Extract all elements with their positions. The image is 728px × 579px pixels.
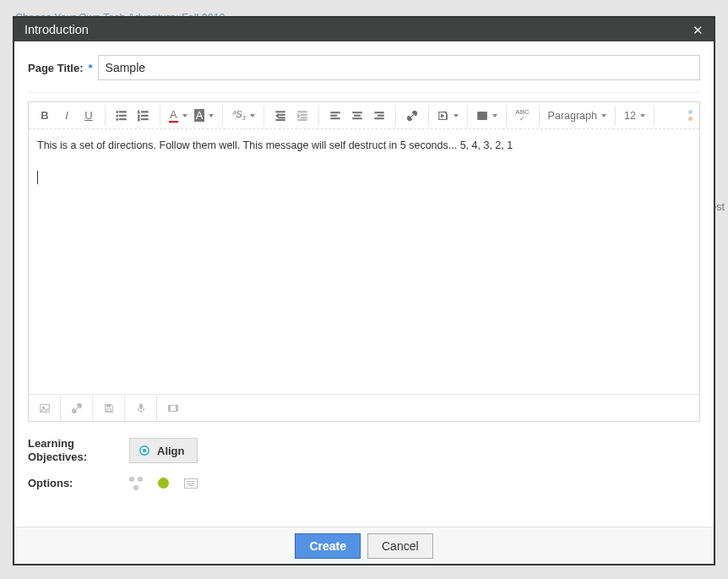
svg-point-2 xyxy=(117,114,118,116)
svg-rect-24 xyxy=(330,117,340,118)
svg-rect-12 xyxy=(275,111,285,112)
svg-rect-28 xyxy=(374,112,383,112)
link-icon[interactable] xyxy=(401,106,423,126)
svg-text:3: 3 xyxy=(138,117,140,122)
options-label: Options: xyxy=(28,477,104,490)
group-colors: A A xyxy=(166,106,223,126)
svg-rect-26 xyxy=(354,115,360,116)
options-row: Options: xyxy=(28,477,700,490)
modal-title: Introduction xyxy=(24,23,89,36)
insert-menu-icon[interactable] xyxy=(434,106,462,126)
svg-marker-32 xyxy=(441,114,444,117)
video-icon[interactable] xyxy=(157,396,189,421)
options-icons xyxy=(129,477,198,490)
target-icon xyxy=(139,445,150,456)
modal-footer: Create Cancel xyxy=(14,527,714,564)
save-icon[interactable] xyxy=(93,396,125,421)
indent-icon[interactable] xyxy=(291,106,313,126)
page-title-label: Page Title: xyxy=(28,62,84,74)
modal-header: Introduction ✕ xyxy=(14,18,714,41)
italic-icon[interactable]: I xyxy=(56,106,78,126)
group-textstyle: B I U xyxy=(34,106,106,126)
create-button[interactable]: Create xyxy=(295,533,361,559)
page-title-row: Page Title: * xyxy=(28,55,700,80)
status-green-icon[interactable] xyxy=(158,478,169,489)
editor-toolbar-top: B I U 123 A A ᴬS3 xyxy=(29,102,699,129)
group-table xyxy=(473,106,507,126)
status-dot-2 xyxy=(688,117,693,121)
keyboard-icon[interactable] xyxy=(184,478,198,489)
underline-icon[interactable]: U xyxy=(78,106,100,126)
svg-rect-19 xyxy=(301,117,307,117)
status-dot-1 xyxy=(688,110,693,114)
svg-point-47 xyxy=(143,449,146,452)
svg-point-4 xyxy=(117,118,118,120)
paragraph-select[interactable]: Paragraph xyxy=(545,106,610,126)
editor-textarea[interactable]: This is a set of directions. Follow them… xyxy=(29,129,699,394)
microphone-icon[interactable] xyxy=(125,396,157,421)
balance-icon[interactable] xyxy=(129,477,143,490)
svg-rect-22 xyxy=(330,112,340,112)
group-script: ᴬS3 xyxy=(228,106,263,126)
svg-point-0 xyxy=(117,111,118,112)
bullet-list-icon[interactable] xyxy=(111,106,133,126)
align-button-label: Align xyxy=(157,445,185,457)
svg-rect-15 xyxy=(275,119,285,120)
spellcheck-icon[interactable]: ABC✓ xyxy=(512,106,534,126)
editor-toolbar-bottom xyxy=(29,394,699,421)
group-lists: 123 xyxy=(111,106,160,126)
insert-stuff-icon[interactable] xyxy=(29,396,61,421)
group-link xyxy=(401,106,429,126)
number-list-icon[interactable]: 123 xyxy=(133,106,155,126)
align-right-icon[interactable] xyxy=(368,106,390,126)
svg-rect-20 xyxy=(297,119,307,120)
svg-rect-5 xyxy=(119,118,126,119)
svg-rect-39 xyxy=(106,404,110,407)
svg-rect-14 xyxy=(279,117,285,117)
divider xyxy=(28,92,700,93)
subscript-icon[interactable]: ᴬS3 xyxy=(228,106,258,126)
svg-rect-25 xyxy=(352,112,361,112)
group-fontsize: 12 xyxy=(621,106,655,126)
svg-rect-23 xyxy=(330,115,336,116)
group-indent xyxy=(269,106,319,126)
learning-objectives-label: Learning Objectives: xyxy=(28,437,104,465)
required-marker: * xyxy=(89,62,93,74)
align-button[interactable]: Align xyxy=(129,438,198,463)
svg-rect-30 xyxy=(374,117,383,118)
cancel-button[interactable]: Cancel xyxy=(367,533,433,559)
svg-rect-29 xyxy=(378,115,383,116)
svg-rect-9 xyxy=(141,115,148,116)
svg-rect-44 xyxy=(169,405,171,411)
text-color-icon[interactable]: A xyxy=(166,106,191,126)
rich-text-editor: B I U 123 A A ᴬS3 xyxy=(28,101,700,422)
svg-rect-45 xyxy=(177,405,178,411)
align-center-icon[interactable] xyxy=(346,106,368,126)
page-title-input[interactable] xyxy=(98,55,700,80)
svg-rect-18 xyxy=(301,114,307,115)
svg-marker-21 xyxy=(297,113,300,117)
highlight-color-icon[interactable]: A xyxy=(191,106,218,126)
editor-line-1: This is a set of directions. Follow them… xyxy=(37,138,691,154)
svg-rect-13 xyxy=(279,114,285,115)
svg-marker-16 xyxy=(275,113,278,117)
group-align xyxy=(324,106,396,126)
bold-icon[interactable]: B xyxy=(34,106,56,126)
table-icon[interactable] xyxy=(473,106,501,126)
svg-rect-17 xyxy=(297,111,307,112)
fontsize-select[interactable]: 12 xyxy=(621,106,649,126)
align-left-icon[interactable] xyxy=(324,106,346,126)
group-insert xyxy=(434,106,468,126)
group-format: Paragraph xyxy=(545,106,616,126)
modal-body: Page Title: * B I U 123 A A xyxy=(14,41,714,527)
svg-rect-1 xyxy=(119,111,126,112)
attachment-link-icon[interactable] xyxy=(61,396,93,421)
svg-rect-11 xyxy=(141,118,148,119)
svg-rect-41 xyxy=(139,403,143,408)
svg-rect-40 xyxy=(106,408,111,411)
close-icon[interactable]: ✕ xyxy=(693,24,704,36)
outdent-icon[interactable] xyxy=(269,106,291,126)
editor-status-dots xyxy=(688,110,694,121)
learning-objectives-row: Learning Objectives: Align xyxy=(28,437,700,465)
svg-rect-3 xyxy=(119,115,126,116)
